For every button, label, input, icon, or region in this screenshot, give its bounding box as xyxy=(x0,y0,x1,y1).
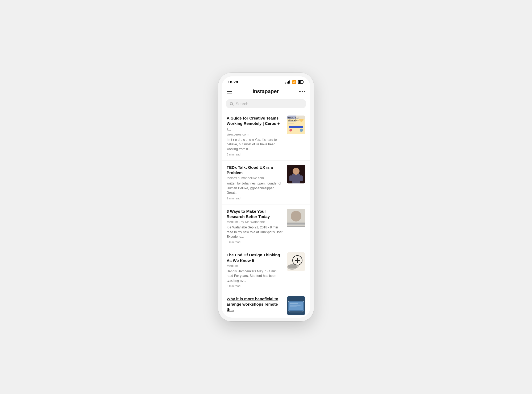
article-thumbnail xyxy=(287,209,305,227)
wifi-icon: 📶 xyxy=(292,80,296,84)
app-title: Instapaper xyxy=(252,88,279,95)
article-content: 3 Ways to Make Your Research Better Toda… xyxy=(227,209,284,244)
article-read-time: 1 min read xyxy=(227,197,284,200)
search-placeholder: Search xyxy=(236,101,248,106)
status-icons: 📶 xyxy=(285,80,304,84)
article-read-time: 8 min read xyxy=(227,240,284,244)
article-content: A Guide for Creative Teams Working Remot… xyxy=(227,116,284,156)
more-options-button[interactable] xyxy=(299,91,305,92)
svg-rect-22 xyxy=(287,226,305,227)
article-thumbnail xyxy=(287,296,305,315)
search-icon xyxy=(230,102,234,106)
article-excerpt: I n t r o d u c t i o n Yes, it's hard t… xyxy=(227,138,284,151)
hamburger-menu-button[interactable] xyxy=(227,90,232,93)
article-content: The End Of Design Thinking As We Know It… xyxy=(227,252,284,288)
article-content: Why it is more beneficial to arrange wor… xyxy=(227,296,284,313)
svg-rect-17 xyxy=(287,165,305,183)
article-thumbnail xyxy=(287,165,305,183)
svg-line-1 xyxy=(232,104,234,105)
svg-point-19 xyxy=(291,211,301,221)
article-thumbnail: Guide for Creats Working Rem xyxy=(287,116,305,134)
article-item[interactable]: TEDx Talk: Good UX is a Problem toolbox.… xyxy=(222,161,310,204)
svg-rect-3 xyxy=(289,126,303,128)
signal-icon xyxy=(285,80,290,84)
battery-icon xyxy=(298,80,304,84)
article-content: TEDx Talk: Good UX is a Problem toolbox.… xyxy=(227,165,284,200)
article-read-time: 3 min read xyxy=(227,153,284,156)
search-container: Search xyxy=(222,98,310,111)
article-title: A Guide for Creative Teams Working Remot… xyxy=(227,116,284,132)
svg-rect-32 xyxy=(290,303,298,304)
svg-rect-8 xyxy=(288,123,294,124)
status-time: 18.28 xyxy=(228,80,238,84)
svg-rect-33 xyxy=(290,305,301,306)
article-list: A Guide for Creative Teams Working Remot… xyxy=(222,111,310,318)
article-item[interactable]: Why it is more beneficial to arrange wor… xyxy=(222,292,310,318)
svg-rect-35 xyxy=(289,311,303,313)
svg-rect-34 xyxy=(290,306,297,307)
phone-screen: 18.28 📶 xyxy=(222,76,310,318)
article-read-time: 3 min read xyxy=(227,284,284,288)
article-source: Medium · by Kie Watanabe xyxy=(227,220,284,224)
article-title: 3 Ways to Make Your Research Better Toda… xyxy=(227,209,284,220)
svg-point-25 xyxy=(288,264,299,268)
article-title: Why it is more beneficial to arrange wor… xyxy=(227,296,284,313)
article-excerpt: Kie Watanabe Sep 21, 2018 · 8 min read I… xyxy=(227,225,284,239)
article-title: TEDx Talk: Good UX is a Problem xyxy=(227,165,284,176)
article-item[interactable]: 3 Ways to Make Your Research Better Toda… xyxy=(222,204,310,248)
svg-rect-21 xyxy=(287,224,305,225)
article-item[interactable]: A Guide for Creative Teams Working Remot… xyxy=(222,111,310,161)
article-thumbnail xyxy=(287,252,305,271)
article-source: toolbox.humandeluxe.com xyxy=(227,176,284,180)
article-excerpt: Dennis Hambeukers May 7 · 4 min read For… xyxy=(227,269,284,283)
svg-rect-20 xyxy=(287,223,305,224)
status-bar: 18.28 📶 xyxy=(222,76,310,86)
svg-point-4 xyxy=(289,129,292,132)
article-item[interactable]: The End Of Design Thinking As We Know It… xyxy=(222,248,310,292)
article-source: view.ceros.com xyxy=(227,133,284,136)
article-title: The End Of Design Thinking As We Know It xyxy=(227,252,284,263)
article-source: Medium xyxy=(227,264,284,268)
article-excerpt: written by Johannes Ippen. founder of Hu… xyxy=(227,181,284,195)
svg-point-5 xyxy=(300,129,303,132)
svg-rect-31 xyxy=(289,302,303,310)
search-bar[interactable]: Search xyxy=(226,99,306,108)
app-header: Instapaper xyxy=(222,86,310,98)
phone-frame: 18.28 📶 xyxy=(218,73,314,321)
